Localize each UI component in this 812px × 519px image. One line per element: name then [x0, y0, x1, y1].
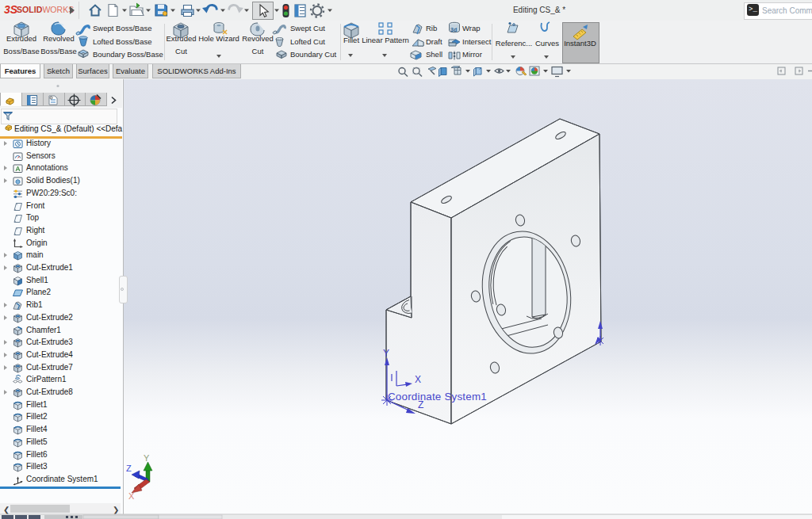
svg-text:SOLIDWORKS: SOLIDWORKS	[17, 5, 74, 14]
svg-text:3d: 3d	[450, 27, 457, 32]
